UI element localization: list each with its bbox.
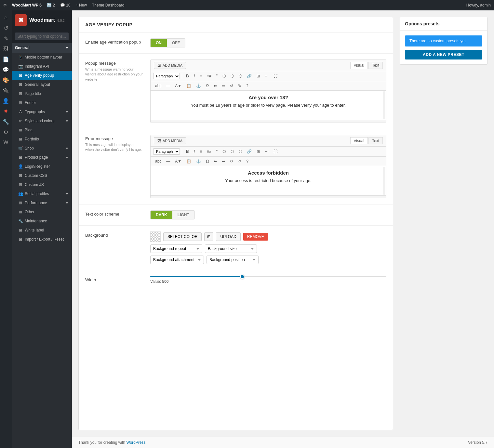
error-editor-resize[interactable] <box>151 195 386 198</box>
popup-visual-tab[interactable]: Visual <box>350 62 368 69</box>
comments-badge[interactable]: 💬 10 <box>60 3 71 7</box>
err-ul-button[interactable]: ≡ <box>198 148 204 155</box>
err-more-button[interactable]: ⋯ <box>263 148 271 155</box>
err-align-right-button[interactable]: ⬡ <box>237 148 244 155</box>
sidebar-item-custom-css[interactable]: ⊞ Custom CSS <box>12 171 72 180</box>
err-italic-button[interactable]: I <box>192 148 197 155</box>
enable-popup-toggle[interactable]: ON OFF <box>150 38 185 47</box>
table-button[interactable]: ⊞ <box>255 72 262 80</box>
bg-position-select[interactable]: Background position <box>207 256 259 264</box>
wp-posts-icon[interactable]: ✎ <box>1 34 10 43</box>
help-button[interactable]: ? <box>244 82 250 89</box>
sidebar-item-portfolio[interactable]: ⊞ Portfolio <box>12 135 72 144</box>
bg-extra-button[interactable]: ⊞ <box>204 232 213 241</box>
sidebar-item-white-label[interactable]: ⊞ White label <box>12 226 72 235</box>
ol-button[interactable]: ≡# <box>205 72 213 80</box>
wp-pages-icon[interactable]: 📄 <box>1 55 10 64</box>
popup-editor-resize[interactable] <box>151 120 386 123</box>
err-link-button[interactable]: 🔗 <box>245 148 254 155</box>
wordpress-link[interactable]: WordPress <box>126 440 145 445</box>
theme-dashboard-link[interactable]: Theme Dashboard <box>92 3 124 7</box>
color-button[interactable]: A▼ <box>173 82 183 89</box>
error-add-media-button[interactable]: 🖼 ADD MEDIA <box>154 137 186 144</box>
sidebar-item-performance[interactable]: ⊞ Performance ▼ <box>12 198 72 207</box>
link-button[interactable]: 🔗 <box>245 72 254 80</box>
new-button[interactable]: + New <box>76 3 87 7</box>
presets-add-button[interactable]: ADD A NEW PRESET <box>405 50 482 59</box>
sidebar-item-product-page[interactable]: ⊞ Product page ▼ <box>12 153 72 162</box>
sidebar-item-social[interactable]: 👥 Social profiles ▼ <box>12 189 72 198</box>
sidebar-item-blog[interactable]: ⊞ Blog <box>12 125 72 135</box>
sidebar-item-typography[interactable]: A Typography ▼ <box>12 107 72 116</box>
bg-size-select[interactable]: Background size <box>205 244 257 253</box>
fullscreen-button[interactable]: ⛶ <box>272 72 279 80</box>
err-align-left-button[interactable]: ⬡ <box>220 148 228 155</box>
err-undo-button[interactable]: ↺ <box>228 158 235 165</box>
wp-tools-icon[interactable]: 🔧 <box>1 117 10 126</box>
popup-add-media-button[interactable]: 🖼 ADD MEDIA <box>154 62 186 69</box>
sidebar-item-instagram[interactable]: 📷 Instagram API <box>12 62 72 71</box>
wp-woo-icon[interactable]: W <box>1 138 10 147</box>
error-editor-body[interactable]: Access forbidden Your access is restrict… <box>151 166 386 195</box>
err-hr-button[interactable]: — <box>164 158 172 165</box>
toggle-on-button[interactable]: ON <box>151 39 167 47</box>
light-button[interactable]: LIGHT <box>172 211 194 219</box>
sidebar-item-other[interactable]: ⊞ Other <box>12 207 72 217</box>
error-text-tab[interactable]: Text <box>368 137 383 144</box>
err-anchor-button[interactable]: ⚓ <box>194 158 203 165</box>
popup-editor-body[interactable]: Are you over 18? You must be 18 years of… <box>151 91 386 120</box>
sidebar-item-shop[interactable]: 🛒 Shop ▼ <box>12 144 72 153</box>
wp-arrow-icon[interactable]: ↺ <box>1 23 10 33</box>
sidebar-item-import-export[interactable]: ⊞ Import / Export / Reset <box>12 235 72 244</box>
err-table-button[interactable]: ⊞ <box>255 148 262 155</box>
sidebar-item-page-title[interactable]: ⊞ Page title <box>12 89 72 98</box>
bg-upload-button[interactable]: UPLOAD <box>216 232 240 241</box>
strikethrough-button[interactable]: abc <box>153 82 163 89</box>
sidebar-item-general-layout[interactable]: ⊞ General layout <box>12 80 72 89</box>
align-left-button[interactable]: ⬡ <box>220 72 228 80</box>
paste-button[interactable]: 📋 <box>184 82 193 89</box>
err-redo-button[interactable]: ↻ <box>236 158 243 165</box>
sidebar-general-header[interactable]: General ▼ <box>12 43 72 53</box>
wp-comments-icon[interactable]: 💬 <box>1 65 10 74</box>
err-indent-button[interactable]: ➡ <box>220 158 227 165</box>
bg-checker[interactable] <box>150 231 161 242</box>
wp-media-icon[interactable]: 🖼 <box>1 44 10 53</box>
err-fullscreen-button[interactable]: ⛶ <box>272 148 279 155</box>
err-bold-button[interactable]: B <box>184 148 191 155</box>
wp-logo[interactable]: ⚙ <box>3 3 7 7</box>
plugin-search-input[interactable] <box>15 33 69 40</box>
err-blockquote-button[interactable]: " <box>214 148 220 155</box>
sidebar-item-maintenance[interactable]: 🔧 Maintenance <box>12 217 72 226</box>
sidebar-item-footer[interactable]: ⊞ Footer <box>12 98 72 107</box>
sidebar-item-styles-colors[interactable]: ✏ Styles and colors ▼ <box>12 116 72 125</box>
align-right-button[interactable]: ⬡ <box>237 72 244 80</box>
slider-thumb[interactable] <box>240 274 245 279</box>
bg-select-color-button[interactable]: SELECT COLOR <box>163 232 202 241</box>
error-visual-tab[interactable]: Visual <box>350 137 368 144</box>
err-strikethrough-button[interactable]: abc <box>153 158 163 165</box>
blockquote-button[interactable]: " <box>214 72 220 80</box>
anchor-button[interactable]: ⚓ <box>194 82 203 89</box>
indent-button[interactable]: ➡ <box>220 82 227 89</box>
bg-repeat-select[interactable]: Background repeat <box>150 244 202 253</box>
sidebar-item-login[interactable]: 👤 Login/Register <box>12 162 72 171</box>
bg-attachment-select[interactable]: Background attachment <box>150 256 204 264</box>
error-editor-scrollbar[interactable] <box>383 167 385 195</box>
redo-button[interactable]: ↻ <box>236 82 243 89</box>
site-name[interactable]: WoodMart WP 6 <box>12 3 42 7</box>
wp-home-icon[interactable]: ⌂ <box>1 13 10 22</box>
slider-track[interactable] <box>150 276 386 277</box>
special-char-button[interactable]: Ω <box>204 82 211 89</box>
sidebar-item-mobile-navbar[interactable]: 📱 Mobile bottom navbar <box>12 53 72 62</box>
updates-badge[interactable]: 🔄 2 <box>47 3 55 7</box>
popup-editor-scrollbar[interactable] <box>383 91 385 119</box>
sidebar-item-age-verify[interactable]: ⊞ Age verify popup <box>12 71 72 80</box>
popup-text-tab[interactable]: Text <box>368 62 383 69</box>
bg-remove-button[interactable]: REMOVE <box>243 233 268 241</box>
err-ol-button[interactable]: ≡# <box>205 148 213 155</box>
hr-button[interactable]: — <box>164 82 172 89</box>
undo-button[interactable]: ↺ <box>228 82 235 89</box>
align-center-button[interactable]: ⬡ <box>229 72 236 80</box>
wp-users-icon[interactable]: 👤 <box>1 96 10 105</box>
